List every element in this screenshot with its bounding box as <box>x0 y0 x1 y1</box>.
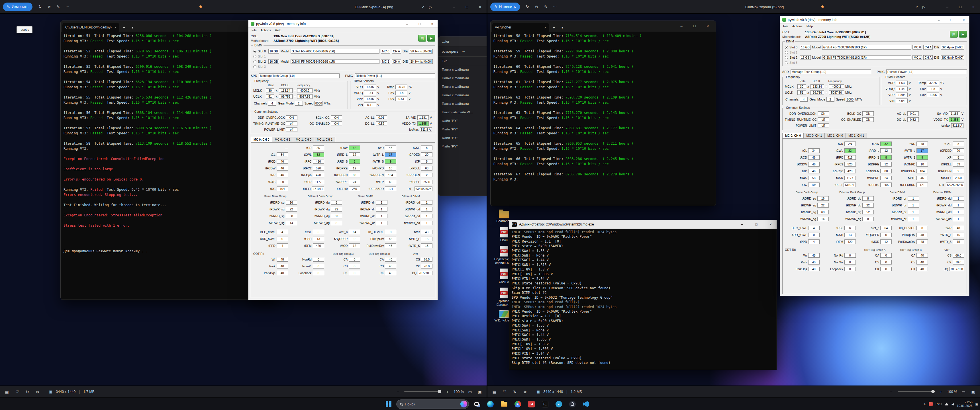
file-type-cell[interactable]: Пакетный файл W… <box>438 108 487 116</box>
file-type-cell[interactable]: Файл "PY" <box>438 125 487 133</box>
tray-app-icon[interactable] <box>929 402 933 406</box>
taskbar-coretemp[interactable]: 64 <box>525 398 537 410</box>
favorite-icon[interactable]: ♡ <box>14 389 21 394</box>
field-value[interactable]: 0 <box>277 237 288 241</box>
field-value[interactable]: 40 <box>277 271 288 275</box>
field-value[interactable]: 1.355 <box>949 117 960 122</box>
fullscreen-icon[interactable]: ▣ <box>970 389 977 394</box>
slot-die[interactable]: SK Hynix [0x00] <box>941 45 964 49</box>
field-value[interactable]: 12 <box>349 153 360 157</box>
field-value[interactable]: 104 <box>916 169 928 173</box>
field-value[interactable]: 0.01 <box>376 115 387 120</box>
delete-icon[interactable]: ⊗ <box>34 389 41 394</box>
tab-mc-0-ch-0[interactable]: MC 0: CH 0 <box>251 137 272 142</box>
tab-mc-1-ch-0[interactable]: MC 1: CH 0 <box>824 133 846 138</box>
field-value[interactable]: 1 <box>376 214 387 218</box>
hwinfo-titlebar[interactable]: pywinfo v0.8 (dev) - memory info–□× <box>780 16 969 24</box>
sensor-value[interactable]: 1.805 <box>896 92 908 97</box>
clock-frequency[interactable]: 4000.2 <box>829 84 844 89</box>
taskbar-search[interactable]: Поиск <box>396 399 469 409</box>
field-value[interactable]: 255 <box>349 186 360 191</box>
field-value[interactable]: 8 <box>331 200 342 205</box>
zoom-in-icon[interactable]: + <box>937 389 944 394</box>
field-value[interactable]: 8 <box>421 146 433 150</box>
field-value[interactable]: 32 <box>349 146 360 150</box>
field-value[interactable]: 1 <box>953 217 964 221</box>
field-value[interactable]: 22 <box>817 203 829 208</box>
field-value[interactable]: 48 <box>385 243 396 248</box>
screenshot-button[interactable]: ▤ <box>950 31 958 38</box>
rotate-icon[interactable]: ↻ <box>524 3 531 11</box>
field-value[interactable]: 420 <box>313 173 324 177</box>
field-value[interactable]: 1.181 <box>417 115 429 120</box>
footer-value[interactable]: 2 <box>826 97 834 102</box>
field-value[interactable]: 1 <box>421 207 433 211</box>
field-value[interactable]: 46 <box>277 173 288 177</box>
delete-icon[interactable]: ⊗ <box>522 389 528 394</box>
slot-die[interactable]: SK Hynix [0x00] <box>941 55 964 60</box>
field-value[interactable]: 416 <box>845 155 856 160</box>
field-value[interactable]: 46 <box>916 176 928 180</box>
field-value[interactable]: 70.0 <box>953 260 964 264</box>
tray-chevron-icon[interactable]: ∧ <box>924 402 926 406</box>
field-value[interactable]: 48 <box>916 233 928 237</box>
field-value[interactable]: 58 <box>808 176 819 180</box>
fit-screen-icon[interactable]: ▭ <box>960 389 967 394</box>
taskbar-telegram[interactable]: ▸ <box>553 398 565 410</box>
zoom-out-icon[interactable]: − <box>395 389 401 394</box>
field-value[interactable]: 0 <box>845 260 856 264</box>
delete-icon[interactable]: ⊗ <box>533 3 541 11</box>
field-value[interactable]: 0 <box>880 253 892 257</box>
share-icon[interactable]: ↗ <box>913 3 920 11</box>
field-value[interactable]: 66.0 <box>953 253 964 257</box>
sensor-value[interactable]: 32.25 <box>927 81 939 85</box>
field-value[interactable]: 22 <box>862 203 874 208</box>
field-value[interactable]: 40 <box>385 257 396 262</box>
field-value[interactable]: ON <box>862 111 874 116</box>
more-icon[interactable]: ⋯ <box>64 3 71 11</box>
field-value[interactable]: 15 <box>421 243 433 248</box>
slot-size[interactable]: 16 GB <box>268 49 279 54</box>
close-icon[interactable]: × <box>427 20 438 28</box>
field-value[interactable]: 46 <box>808 162 819 167</box>
clock-frequency[interactable]: 5087.56 <box>829 90 844 95</box>
field-value[interactable]: 0 <box>349 264 360 269</box>
field-value[interactable]: 6 <box>313 230 324 234</box>
zoom-slider[interactable] <box>898 391 935 392</box>
menu-help[interactable]: Help <box>805 24 815 28</box>
tab-close-icon[interactable]: × <box>114 25 116 30</box>
slider-thumb[interactable] <box>931 390 935 393</box>
slot-model[interactable]: G.Skill F5-7600J3646G16G (1R) <box>822 45 912 49</box>
slot-radio[interactable] <box>785 46 788 49</box>
clock[interactable]: 21:56 19.01.2026 <box>957 400 973 408</box>
field-value[interactable]: 46 <box>385 180 396 184</box>
notification-icon[interactable]: ▣ <box>975 402 978 406</box>
field-value[interactable]: 255 <box>880 183 892 187</box>
field-value[interactable]: 15 <box>421 237 433 241</box>
field-value[interactable]: 2560 <box>421 180 433 184</box>
field-value[interactable]: 104 <box>385 173 396 177</box>
field-value[interactable]: 1 <box>376 221 387 225</box>
sensor-value[interactable]: 1.545 <box>364 84 376 89</box>
field-value[interactable]: 48 <box>916 141 928 146</box>
close-icon[interactable]: × <box>765 220 776 229</box>
explorer-more-icon[interactable]: ⋯ <box>462 49 465 54</box>
field-value[interactable]: 2 <box>421 173 433 177</box>
field-value[interactable]: 22 <box>331 207 342 211</box>
field-value[interactable]: 0 <box>916 226 928 230</box>
field-value[interactable]: 48 <box>385 237 396 241</box>
field-value[interactable]: 17 <box>385 153 396 157</box>
field-value[interactable]: 0 <box>385 230 396 234</box>
field-value[interactable]: 0.52 <box>907 117 919 122</box>
footer-value[interactable]: 8000 <box>846 97 854 102</box>
field-value[interactable]: 0 <box>313 271 324 275</box>
field-value[interactable]: 4 <box>277 230 288 234</box>
field-value[interactable]: 63 <box>953 162 964 167</box>
slot-channel[interactable]: CH A <box>392 49 401 54</box>
field-value[interactable]: 50 <box>277 180 288 184</box>
slot-mc[interactable]: MC 0 <box>913 45 922 49</box>
column-header-type[interactable]: Тип <box>438 57 487 65</box>
field-value[interactable]: 40 <box>277 264 288 269</box>
field-value[interactable]: 46 <box>808 169 819 173</box>
fullscreen-icon[interactable]: ▣ <box>476 389 483 394</box>
